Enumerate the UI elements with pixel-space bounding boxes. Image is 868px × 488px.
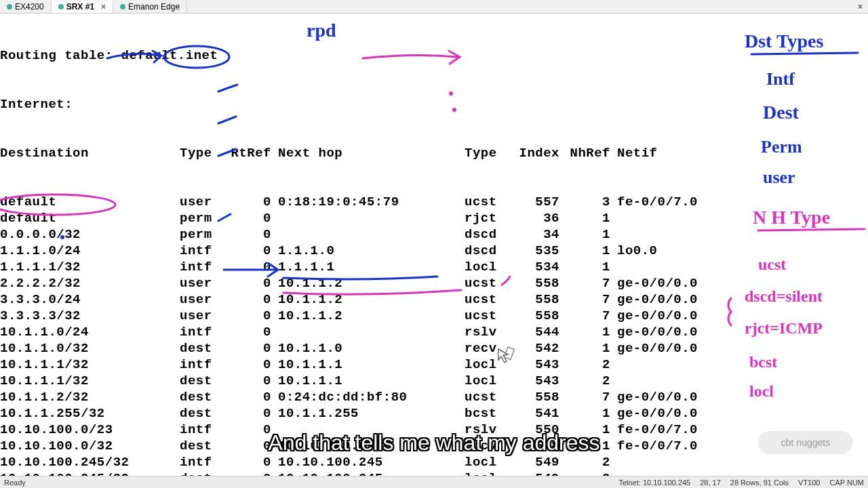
cell-netif: lo0.0 [617,243,719,259]
cell-nhref: 7 [570,291,617,308]
cell-netif: fe-0/0/7.0 [617,194,719,210]
cell-type2: recv [465,340,512,357]
cell-nhref: 7 [570,308,617,324]
cell-rtref: 0 [227,389,278,405]
terminal-output[interactable]: Routing table: default.inet Internet: De… [0,14,868,488]
cell-dest: default [0,210,180,226]
cell-nhref: 7 [570,275,617,291]
hdr-rtref: RtRef [227,145,278,161]
cell-index: 534 [512,259,570,275]
hdr-netif: Netif [617,145,719,161]
cell-nhref: 1 [570,243,617,259]
cell-type1: intf [180,324,227,340]
tab-1[interactable]: SRX #1× [52,1,113,13]
cell-type2: ucst [465,291,512,308]
cell-dest: 1.1.1.1/32 [0,259,180,275]
cell-nhref: 1 [570,259,617,275]
cell-nhref: 3 [570,194,617,210]
cell-index: 558 [512,291,570,308]
cell-dest: 10.10.100.0/23 [0,422,180,438]
cell-index: 541 [512,405,570,422]
cell-nexthop: 10.1.1.1 [278,357,465,373]
connection-dot-icon [7,4,12,9]
cell-netif [617,210,719,226]
cell-dest: 10.1.1.0/32 [0,340,180,357]
cell-type1: user [180,308,227,324]
cell-dest: 10.1.1.1/32 [0,373,180,389]
cell-type1: user [180,291,227,308]
connection-dot-icon [58,4,64,9]
cell-netif: ge-0/0/0.0 [617,308,719,324]
table-row: 10.1.1.255/32dest010.1.1.255bcst5411ge-0… [0,405,868,422]
cell-nexthop: 10.1.1.2 [278,275,465,291]
cell-dest: 10.1.1.2/32 [0,389,180,405]
cell-dest: 10.1.1.255/32 [0,405,180,422]
cell-type1: intf [180,259,227,275]
cell-index: 558 [512,275,570,291]
tab-label: SRX #1 [66,2,94,12]
cell-index: 36 [512,210,570,226]
cell-type2: locl [465,373,512,389]
cell-index: 544 [512,324,570,340]
cell-type1: perm [180,226,227,243]
cell-nhref: 2 [570,357,617,373]
cell-type2: rslv [465,324,512,340]
tab-2[interactable]: Emanon Edge [113,1,187,13]
cell-netif: ge-0/0/0.0 [617,291,719,308]
hdr-type1: Type [180,145,227,161]
cell-dest: default [0,194,180,210]
cell-index: 543 [512,373,570,389]
cell-dest: 10.1.1.0/24 [0,324,180,340]
tab-0[interactable]: EX4200 [0,1,52,13]
table-row: 10.1.1.1/32intf010.1.1.1locl5432 [0,357,868,373]
cell-index: 543 [512,357,570,373]
cell-type2: locl [465,259,512,275]
hdr-nhref: NhRef [570,145,617,161]
table-row: 1.1.1.1/32intf01.1.1.1locl5341 [0,259,868,275]
cell-type2: bcst [465,405,512,422]
cell-dest: 10.1.1.1/32 [0,357,180,373]
table-row: 3.3.3.0/24user010.1.1.2ucst5587ge-0/0/0.… [0,291,868,308]
hdr-index: Index [512,145,570,161]
close-icon[interactable]: × [101,2,106,12]
cell-type2: rjct [465,210,512,226]
table-row: 1.1.1.0/24intf01.1.1.0dscd5351lo0.0 [0,243,868,259]
cell-dest: 3.3.3.3/32 [0,308,180,324]
cell-netif: ge-0/0/0.0 [617,405,719,422]
cell-rtref: 0 [227,324,278,340]
cell-index: 557 [512,194,570,210]
cell-dest: 10.10.100.245/32 [0,454,180,470]
cell-type2: locl [465,357,512,373]
cell-netif: fe-0/0/7.0 [617,422,719,438]
status-term: VT100 [798,479,820,487]
cell-nhref: 1 [570,226,617,243]
cell-netif [617,259,719,275]
cell-nexthop [278,210,465,226]
cell-index: 535 [512,243,570,259]
table-row: 10.1.1.2/32dest00:24:dc:dd:bf:80ucst5587… [0,389,868,405]
cell-nexthop [278,324,465,340]
cell-index: 542 [512,340,570,357]
status-size: 28 Rows, 91 Cols [730,479,789,487]
hdr-nexthop: Next hop [278,145,465,161]
cell-type2: dscd [465,226,512,243]
cell-type1: dest [180,405,227,422]
hdr-type2: Type [465,145,512,161]
table-row: 10.10.100.245/32intf010.10.100.245locl54… [0,454,868,470]
status-ready: Ready [4,479,26,487]
routing-title: Routing table: default.inet [0,47,868,64]
cell-nhref: 1 [570,210,617,226]
close-all-tabs-icon[interactable]: × [852,2,868,12]
cell-rtref: 0 [227,405,278,422]
table-row: 3.3.3.3/32user010.1.1.2ucst5587ge-0/0/0.… [0,308,868,324]
cell-rtref: 0 [227,357,278,373]
cell-dest: 0.0.0.0/32 [0,226,180,243]
cell-nexthop: 10.1.1.1 [278,373,465,389]
cell-nhref: 1 [570,340,617,357]
cell-type1: user [180,275,227,291]
cell-type1: intf [180,454,227,470]
cell-netif: ge-0/0/0.0 [617,324,719,340]
status-bar: Ready Telnet: 10.10.100.245 28, 17 28 Ro… [0,476,868,488]
cell-dest: 2.2.2.2/32 [0,275,180,291]
table-row: defaultuser00:18:19:0:45:79ucst5573fe-0/… [0,194,868,210]
